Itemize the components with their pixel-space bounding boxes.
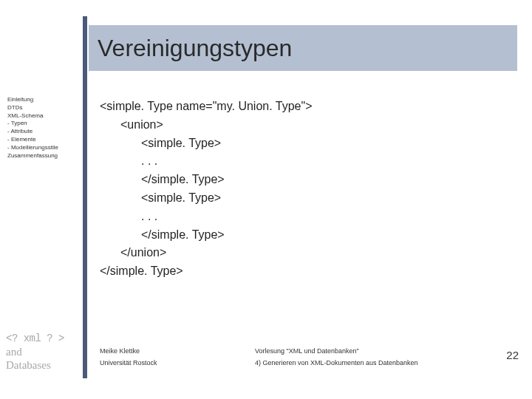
code-line: </simple. Type>: [100, 262, 499, 281]
title-banner: Vereinigungstypen: [89, 25, 517, 71]
logo: <? xml ? > and Databases: [6, 332, 64, 372]
code-block: <simple. Type name="my. Union. Type"> <u…: [100, 98, 499, 281]
footer-institution: Universität Rostock: [100, 359, 255, 366]
sidebar-item: XML-Schema: [7, 112, 81, 120]
sidebar-nav: Einleitung DTDs XML-Schema - Typen - Att…: [7, 96, 81, 160]
page-number: 22: [506, 349, 519, 361]
code-line: </simple. Type>: [100, 226, 499, 245]
sidebar-item: DTDs: [7, 104, 81, 112]
sidebar-item: Zusammenfassung: [7, 152, 81, 160]
footer: Meike Klettke Vorlesung "XML und Datenba…: [100, 347, 514, 371]
logo-line: and: [6, 345, 64, 358]
code-line: <simple. Type>: [100, 134, 499, 153]
code-line: </simple. Type>: [100, 171, 499, 189]
code-line: . . .: [100, 208, 499, 226]
sidebar-item: Einleitung: [7, 96, 81, 104]
code-line: <simple. Type name="my. Union. Type">: [100, 98, 499, 116]
accent-bar: [83, 16, 87, 378]
sidebar-item: - Modellierungsstile: [7, 144, 81, 152]
code-line: </union>: [100, 244, 499, 262]
footer-author: Meike Klettke: [100, 347, 255, 355]
code-line: <union>: [100, 116, 499, 134]
footer-topic: 4) Generieren von XML-Dokumenten aus Dat…: [255, 359, 418, 366]
slide-title: Vereinigungstypen: [89, 35, 292, 62]
logo-line: <? xml ? >: [6, 332, 64, 345]
sidebar-item: - Typen: [7, 120, 81, 128]
sidebar-item: - Elemente: [7, 136, 81, 144]
sidebar-item: - Attribute: [7, 128, 81, 136]
logo-line: Databases: [6, 358, 64, 372]
code-line: . . .: [100, 152, 499, 171]
footer-lecture: Vorlesung "XML und Datenbanken": [255, 347, 359, 355]
code-line: <simple. Type>: [100, 189, 499, 208]
